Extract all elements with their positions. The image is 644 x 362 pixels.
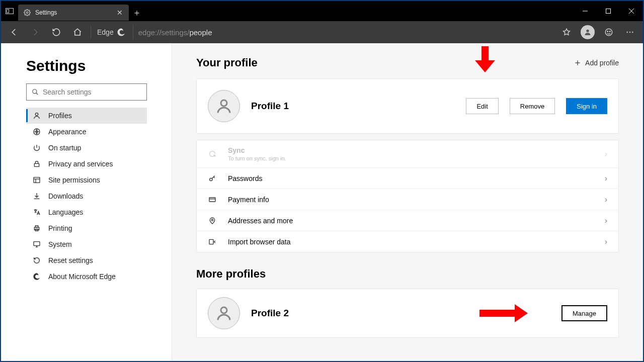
edge-icon [117, 28, 126, 37]
sidebar-item-label: Downloads [48, 192, 83, 200]
add-profile-button[interactable]: Add profile [574, 59, 619, 67]
sidebar-item-profiles[interactable]: Profiles [26, 108, 147, 124]
sidebar-item-label: System [48, 240, 72, 248]
chevron-right-icon: › [605, 237, 607, 246]
language-icon [32, 208, 41, 217]
svg-point-8 [605, 29, 612, 36]
card-icon [208, 196, 217, 204]
key-icon [208, 174, 217, 183]
row-label: Import browser data [228, 238, 594, 246]
new-tab-button[interactable]: ＋ [129, 5, 145, 21]
maximize-button[interactable] [597, 1, 620, 21]
your-profile-heading: Your profile [196, 56, 258, 69]
refresh-button[interactable] [46, 22, 66, 42]
favorite-button[interactable] [556, 22, 577, 42]
sync-icon [208, 150, 217, 158]
sidebar-item-site-permissions[interactable]: Site permissions [26, 172, 147, 188]
svg-point-12 [629, 32, 630, 33]
feedback-button[interactable] [599, 22, 619, 42]
url-bright: people [189, 28, 212, 37]
close-window-button[interactable] [620, 1, 643, 21]
sidebar-item-about[interactable]: About Microsoft Edge [26, 268, 147, 285]
add-profile-label: Add profile [585, 59, 619, 67]
appearance-icon [32, 127, 41, 136]
profile-1-row: Profile 1 Edit Remove Sign in [197, 79, 618, 133]
svg-point-34 [221, 307, 227, 313]
row-label: Payment info [228, 196, 594, 204]
passwords-row[interactable]: Passwords › [197, 167, 618, 189]
extensions-button[interactable] [1, 1, 18, 21]
sidebar-item-label: Appearance [48, 128, 87, 136]
power-icon [32, 143, 41, 152]
addresses-row[interactable]: Addresses and more › [197, 210, 618, 231]
minimize-button[interactable] [574, 1, 597, 21]
avatar [208, 90, 240, 122]
lock-icon [32, 159, 41, 168]
sidebar-item-startup[interactable]: On startup [26, 140, 147, 156]
chevron-right-icon: › [605, 195, 607, 204]
person-icon [581, 25, 595, 39]
url-dim: edge://settings/ [138, 28, 190, 37]
svg-rect-19 [34, 177, 40, 183]
svg-point-16 [35, 113, 38, 116]
sidebar-item-label: Printing [48, 224, 72, 232]
settings-search[interactable] [26, 83, 147, 101]
download-icon [32, 192, 41, 201]
svg-line-15 [36, 93, 38, 95]
edit-button[interactable]: Edit [466, 98, 498, 114]
edge-icon [32, 272, 41, 281]
main-panel: Your profile Add profile Profile 1 Edit … [172, 43, 643, 361]
profile-1-name: Profile 1 [251, 101, 455, 112]
more-profiles-heading: More profiles [196, 267, 619, 281]
svg-point-13 [632, 32, 633, 33]
plus-icon [574, 59, 581, 66]
sidebar-item-languages[interactable]: Languages [26, 204, 147, 220]
svg-point-11 [627, 32, 628, 33]
profile-avatar-button[interactable] [578, 22, 598, 42]
sidebar-item-system[interactable]: System [26, 236, 147, 252]
forward-button[interactable] [25, 22, 45, 42]
home-button[interactable] [67, 22, 88, 42]
gear-icon [23, 9, 31, 17]
settings-heading: Settings [26, 57, 159, 74]
chevron-right-icon: › [605, 174, 607, 183]
edge-label-text: Edge [97, 28, 114, 36]
manage-button[interactable]: Manage [561, 305, 607, 321]
annotation-arrow-down [475, 46, 495, 73]
chevron-right-icon: › [605, 216, 607, 225]
sync-row: Sync To turn on sync, sign in. › [197, 140, 618, 167]
avatar [208, 297, 240, 329]
tab-close-icon[interactable]: ✕ [115, 8, 125, 18]
menu-button[interactable] [620, 22, 640, 42]
printer-icon [32, 224, 41, 233]
settings-sidebar: Settings Profiles Appearance On startup … [1, 43, 172, 361]
svg-rect-33 [209, 239, 213, 244]
svg-point-2 [26, 12, 28, 14]
sidebar-item-reset[interactable]: Reset settings [26, 252, 147, 268]
sidebar-item-appearance[interactable]: Appearance [26, 124, 147, 140]
back-button[interactable] [4, 22, 24, 42]
sync-title: Sync [228, 146, 594, 154]
browser-tab[interactable]: Settings ✕ [18, 5, 129, 21]
row-label: Passwords [228, 174, 594, 183]
row-label: Addresses and more [228, 217, 594, 225]
person-icon [32, 111, 41, 120]
svg-point-10 [610, 31, 611, 32]
remove-button[interactable]: Remove [510, 98, 555, 114]
sidebar-item-privacy[interactable]: Privacy and services [26, 156, 147, 172]
sidebar-item-label: Privacy and services [48, 160, 113, 168]
address-bar[interactable]: edge://settings/people [133, 25, 552, 40]
sidebar-item-label: Reset settings [48, 256, 93, 264]
chevron-right-icon: › [605, 149, 607, 158]
sidebar-item-label: Site permissions [48, 176, 100, 184]
sidebar-item-downloads[interactable]: Downloads [26, 188, 147, 204]
search-icon [32, 88, 39, 96]
settings-search-input[interactable] [43, 88, 141, 96]
toolbar: Edge edge://settings/people [1, 21, 643, 43]
monitor-icon [32, 240, 41, 249]
import-row[interactable]: Import browser data › [197, 231, 618, 252]
payment-row[interactable]: Payment info › [197, 189, 618, 210]
sign-in-button[interactable]: Sign in [566, 98, 607, 114]
sidebar-item-printing[interactable]: Printing [26, 220, 147, 236]
svg-rect-25 [34, 242, 40, 246]
